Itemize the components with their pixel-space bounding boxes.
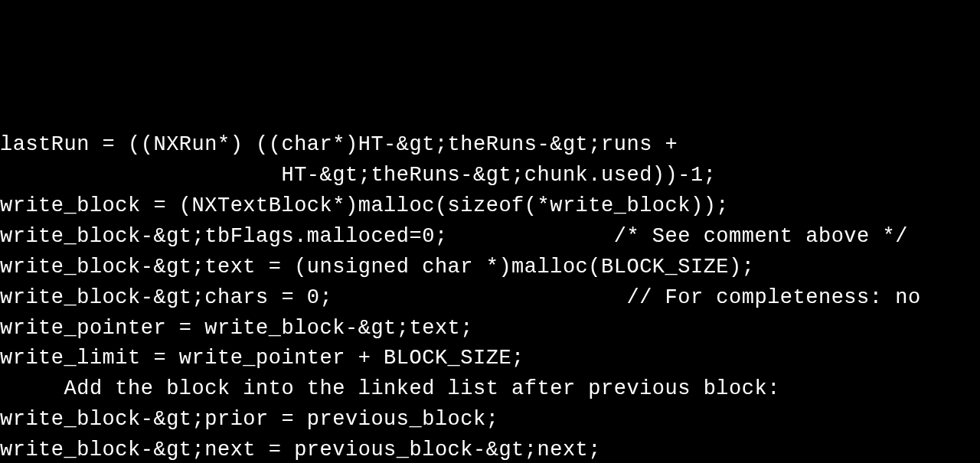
- code-line: write_block = (NXTextBlock*)malloc(sizeo…: [0, 191, 980, 222]
- code-line: write_block-&gt;tbFlags.malloced=0; /* S…: [0, 222, 980, 253]
- code-line: Add the block into the linked list after…: [0, 374, 980, 405]
- code-line: HT-&gt;theRuns-&gt;chunk.used))-1;: [0, 161, 980, 191]
- code-line: write_block-&gt;next = previous_block-&g…: [0, 435, 980, 463]
- code-line: write_block-&gt;chars = 0; // For comple…: [0, 283, 980, 314]
- code-line: lastRun = ((NXRun*) ((char*)HT-&gt;theRu…: [0, 130, 980, 161]
- code-line: write_block-&gt;text = (unsigned char *)…: [0, 253, 980, 283]
- code-line: write_pointer = write_block-&gt;text;: [0, 314, 980, 344]
- code-editor-viewport[interactable]: lastRun = ((NXRun*) ((char*)HT-&gt;theRu…: [0, 130, 980, 463]
- code-line: write_limit = write_pointer + BLOCK_SIZE…: [0, 344, 980, 374]
- code-line: write_block-&gt;prior = previous_block;: [0, 405, 980, 435]
